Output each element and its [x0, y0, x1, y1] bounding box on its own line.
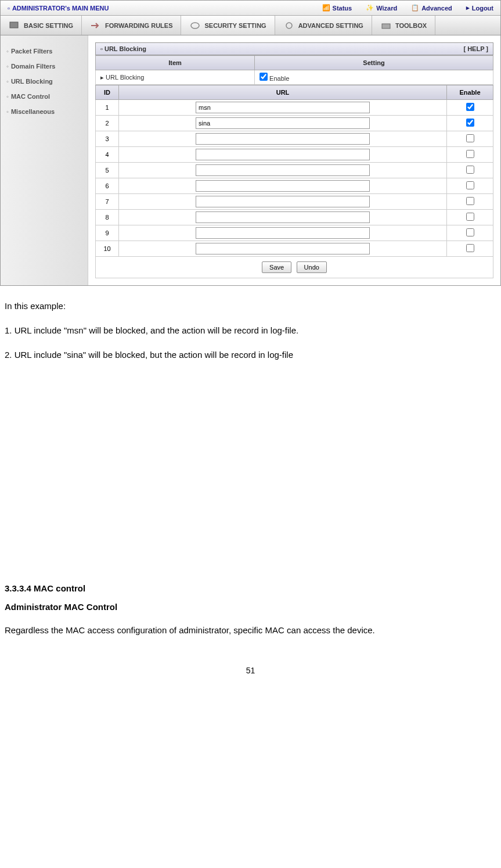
example-line-1: 1. URL include "msn" will be blocked, an… [5, 322, 496, 339]
tab-bar: BASIC SETTING FORWARDING RULES SECURITY … [1, 16, 500, 35]
main-menu-label: ADMINISTRATOR's MAIN MENU [12, 5, 109, 12]
url-blocking-row: ▸ URL Blocking Enable [96, 70, 493, 85]
tab-toolbox[interactable]: TOOLBOX [372, 16, 435, 35]
url-blocking-enable-checkbox[interactable] [259, 73, 268, 81]
row-id: 5 [96, 163, 119, 178]
sidebar-item-url-blocking[interactable]: ◦URL Blocking [1, 74, 88, 89]
url-input[interactable] [196, 180, 370, 192]
bullet-icon: ◦ [6, 93, 9, 100]
url-row: 4 [96, 147, 493, 163]
advanced-link[interactable]: 📋 Advanced [404, 1, 459, 15]
settings-table: Item Setting ▸ URL Blocking Enable [95, 55, 493, 85]
save-button[interactable]: Save [262, 261, 291, 273]
url-table: ID URL Enable 1 2 3 4 5 6 7 8 [95, 85, 493, 257]
row-id: 3 [96, 131, 119, 147]
sidebar-item-miscellaneous[interactable]: ◦Miscellaneous [1, 104, 88, 119]
row-enable-checkbox[interactable] [466, 134, 474, 142]
advanced-label: Advanced [421, 5, 452, 12]
status-link[interactable]: 📶 Status [315, 1, 359, 15]
row-enable-checkbox[interactable] [466, 244, 474, 252]
tab-toolbox-label: TOOLBOX [395, 22, 427, 29]
row-id: 4 [96, 147, 119, 163]
url-row: 8 [96, 210, 493, 225]
panel-title: URL Blocking [104, 45, 146, 52]
logout-label: Logout [472, 5, 493, 12]
row-enable-checkbox[interactable] [466, 213, 474, 221]
undo-button[interactable]: Undo [297, 261, 327, 273]
tab-basic-setting[interactable]: BASIC SETTING [1, 16, 82, 35]
tab-security-setting[interactable]: SECURITY SETTING [181, 16, 275, 35]
sidebar-label: MAC Control [11, 93, 50, 100]
panel-square-icon: ▫ [100, 45, 104, 52]
url-row: 6 [96, 178, 493, 194]
sidebar-item-packet-filters[interactable]: ◦Packet Filters [1, 44, 88, 59]
advanced-icon: 📋 [411, 4, 419, 12]
logout-arrow-icon: ▸ [466, 4, 470, 12]
url-input[interactable] [196, 211, 370, 223]
url-input[interactable] [196, 133, 370, 145]
tab-security-label: SECURITY SETTING [204, 22, 266, 29]
row-id: 6 [96, 178, 119, 194]
url-row: 1 [96, 100, 493, 116]
row-id: 2 [96, 116, 119, 131]
panel-header: ▫ URL Blocking [ HELP ] [95, 42, 493, 55]
enable-header: Enable [447, 85, 493, 100]
button-row: Save Undo [95, 257, 493, 278]
row-enable-checkbox[interactable] [466, 228, 474, 236]
wizard-link[interactable]: ✨ Wizard [359, 1, 404, 15]
wizard-label: Wizard [376, 5, 397, 12]
help-link[interactable]: [ HELP ] [463, 45, 488, 52]
router-admin-ui: ▫ ADMINISTRATOR's MAIN MENU 📶 Status ✨ W… [0, 0, 501, 286]
url-blocking-label: URL Blocking [106, 74, 144, 81]
document-text: In this example: 1. URL include "msn" wi… [0, 286, 501, 690]
main-menu-link[interactable]: ▫ ADMINISTRATOR's MAIN MENU [1, 1, 116, 15]
tab-advanced-setting[interactable]: ADVANCED SETTING [275, 16, 372, 35]
url-input[interactable] [196, 164, 370, 176]
url-input[interactable] [196, 117, 370, 129]
main-panel: ▫ URL Blocking [ HELP ] Item Setting ▸ U… [88, 35, 500, 285]
section-body: Regardless the MAC access configuration … [5, 622, 496, 639]
url-input[interactable] [196, 102, 370, 113]
sidebar: ◦Packet Filters ◦Domain Filters ◦URL Blo… [1, 35, 88, 285]
item-header: Item [96, 56, 255, 70]
sidebar-item-domain-filters[interactable]: ◦Domain Filters [1, 59, 88, 74]
row-id: 1 [96, 100, 119, 116]
url-input[interactable] [196, 196, 370, 207]
sidebar-label: Domain Filters [11, 63, 55, 70]
tab-advanced-label: ADVANCED SETTING [298, 22, 363, 29]
svg-point-1 [191, 23, 199, 28]
forwarding-icon [90, 21, 102, 30]
logout-link[interactable]: ▸ Logout [459, 1, 500, 15]
enable-label: Enable [269, 75, 289, 82]
content-area: ◦Packet Filters ◦Domain Filters ◦URL Blo… [1, 35, 500, 285]
svg-rect-0 [10, 22, 18, 28]
intro-text: In this example: [5, 297, 496, 315]
example-line-2: 2. URL include "sina" will be blocked, b… [5, 346, 496, 364]
row-enable-checkbox[interactable] [466, 103, 474, 111]
tab-basic-label: BASIC SETTING [24, 22, 73, 29]
bullet-icon: ◦ [6, 48, 9, 55]
tab-forwarding-label: FORWARDING RULES [105, 22, 173, 29]
url-input[interactable] [196, 227, 370, 239]
svg-point-2 [286, 23, 292, 28]
bullet-icon: ◦ [6, 78, 9, 85]
row-enable-checkbox[interactable] [466, 166, 474, 174]
bullet-icon: ◦ [6, 108, 9, 115]
advanced-setting-icon [283, 21, 295, 30]
row-enable-checkbox[interactable] [466, 197, 474, 205]
page-number: 51 [5, 662, 496, 679]
wizard-icon: ✨ [366, 4, 374, 12]
row-id: 7 [96, 194, 119, 210]
row-enable-checkbox[interactable] [466, 119, 474, 127]
tab-forwarding-rules[interactable]: FORWARDING RULES [82, 16, 182, 35]
row-enable-checkbox[interactable] [466, 150, 474, 158]
url-input[interactable] [196, 243, 370, 254]
url-input[interactable] [196, 149, 370, 160]
row-enable-checkbox[interactable] [466, 181, 474, 189]
basic-setting-icon [9, 21, 20, 30]
sidebar-item-mac-control[interactable]: ◦MAC Control [1, 89, 88, 104]
bullet-icon: ◦ [6, 63, 9, 70]
sidebar-label: Miscellaneous [11, 108, 55, 115]
status-icon: 📶 [322, 4, 330, 12]
url-row: 7 [96, 194, 493, 210]
